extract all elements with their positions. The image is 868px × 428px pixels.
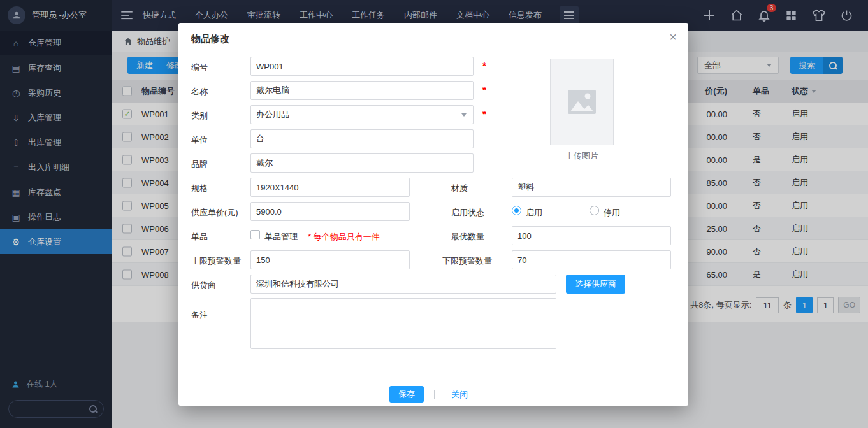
brand-label: 品牌	[191, 159, 208, 170]
enable-status-label: 启用状态	[451, 207, 484, 218]
save-button[interactable]: 保存	[389, 386, 424, 403]
category-label: 类别	[191, 110, 208, 122]
single-item-checkbox[interactable]	[250, 230, 260, 239]
single-item-checkbox-label: 单品管理	[264, 231, 298, 243]
name-label: 名称	[191, 86, 208, 97]
required-asterisk: *	[482, 108, 486, 119]
footer-divider	[434, 390, 435, 399]
code-input[interactable]	[250, 57, 474, 76]
image-upload-box[interactable]	[550, 59, 614, 145]
upper-warning-label: 上限预警数量	[191, 255, 241, 267]
category-value: 办公用品	[256, 109, 289, 120]
supplier-label: 供货商	[191, 280, 216, 291]
optimal-qty-label: 最优数量	[451, 231, 484, 243]
radio-enabled-label: 启用	[526, 207, 542, 218]
radio-disabled-label: 停用	[604, 207, 620, 218]
lower-warning-label: 下限预警数量	[442, 255, 492, 267]
unit-label: 单位	[191, 134, 208, 146]
unit-input[interactable]	[250, 129, 474, 148]
supply-price-input[interactable]	[250, 202, 410, 221]
radio-disabled[interactable]	[590, 206, 599, 215]
single-item-label: 单品	[191, 231, 208, 243]
code-label: 编号	[191, 62, 208, 73]
supplier-input[interactable]	[250, 275, 556, 294]
category-select[interactable]: 办公用品	[250, 105, 474, 124]
remark-textarea[interactable]	[250, 298, 556, 349]
name-input[interactable]	[250, 81, 474, 100]
close-link[interactable]: 关闭	[451, 389, 468, 401]
supply-price-label: 供应单价(元)	[191, 207, 238, 218]
image-placeholder-icon	[567, 89, 597, 115]
radio-enabled[interactable]	[512, 206, 521, 215]
close-icon[interactable]: ×	[669, 31, 677, 43]
required-asterisk: *	[482, 60, 486, 71]
optimal-qty-input[interactable]	[512, 226, 671, 245]
spec-label: 规格	[191, 183, 208, 194]
material-label: 材质	[451, 183, 468, 194]
item-edit-dialog: 物品修改 × 编号 * 名称 * 类别 办公用品 * 单位 品牌 上传图片 规格…	[178, 23, 688, 406]
brand-input[interactable]	[250, 153, 474, 173]
upload-label: 上传图片	[550, 150, 614, 162]
required-asterisk: *	[482, 84, 486, 95]
chevron-down-icon	[461, 113, 467, 117]
upper-warning-input[interactable]	[250, 250, 410, 269]
dialog-title: 物品修改	[191, 33, 229, 45]
spec-input[interactable]	[250, 178, 410, 197]
single-item-hint: * 每个物品只有一件	[308, 231, 380, 243]
material-input[interactable]	[512, 178, 671, 197]
choose-supplier-button[interactable]: 选择供应商	[566, 275, 625, 294]
remark-label: 备注	[191, 310, 208, 321]
lower-warning-input[interactable]	[512, 250, 671, 269]
